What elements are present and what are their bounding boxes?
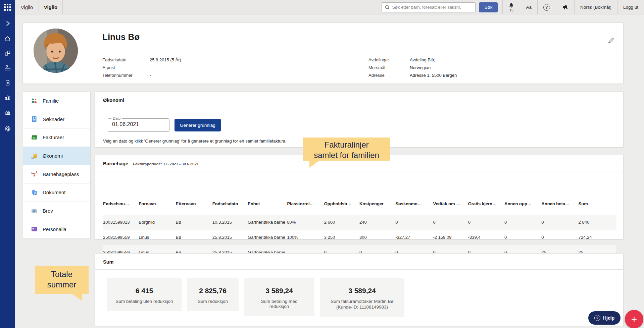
menu-item-label: Brev — [43, 208, 53, 214]
column-header[interactable]: Fødselsdato — [212, 193, 248, 215]
tab-label: Vigilo — [21, 4, 33, 10]
search-button[interactable]: Søk — [479, 2, 498, 12]
table-cell: Linus — [139, 230, 176, 245]
table-cell: 25081599559 — [103, 230, 139, 245]
field-value: Norwegian — [410, 64, 431, 71]
sidebar-item-blocks[interactable] — [0, 50, 15, 57]
topbar-right: Søk 15 Aa ? Norsk (Bokmål) Logg ut — [382, 0, 644, 14]
help-button[interactable]: ? — [537, 0, 556, 14]
column-header[interactable]: Fødselsnu… — [103, 193, 139, 215]
callout-tail — [71, 293, 82, 301]
table-row[interactable]: 10031599013BorghildBø10.3.2015Gartnerløk… — [103, 215, 616, 230]
column-header[interactable]: Plasstørrel… — [287, 193, 324, 215]
settings-icon — [4, 125, 11, 132]
table-cell: 0 — [468, 215, 504, 230]
menu-item-okonomi[interactable]: Økonomi — [23, 147, 90, 165]
add-fab-button[interactable]: + — [625, 310, 643, 328]
table-cell: 25.8.2015 — [212, 230, 248, 245]
sidebar-item-settings[interactable] — [0, 125, 15, 132]
sidebar-item-documents[interactable] — [0, 79, 15, 86]
search-input[interactable] — [392, 5, 473, 10]
notifications-button[interactable]: 15 — [502, 0, 520, 14]
sum-label: Sum reduksjon — [195, 299, 231, 304]
sum-card-reduction: 2 825,76 Sum reduksjon — [187, 278, 239, 311]
font-size-button[interactable]: Aa — [520, 0, 537, 14]
profile-menu: Familie Søknader Fakturaer Økonomi Barne… — [23, 92, 91, 239]
sidebar-item-reports[interactable] — [0, 94, 15, 101]
menu-item-dokument[interactable]: Dokument — [23, 183, 90, 202]
sum-panel: Sum 6 415 Sum betaling uten reduksjon 2 … — [95, 253, 624, 326]
sidebar-item-home[interactable] — [0, 35, 15, 42]
column-header[interactable]: Fornavn — [139, 193, 176, 215]
callout-tail — [309, 160, 320, 168]
field-label: Fødselsdato — [102, 56, 149, 64]
generate-basis-button[interactable]: Generer grunnlag — [175, 119, 221, 131]
table-cell: 2 600 — [324, 215, 359, 230]
sidebar-item-school[interactable] — [0, 109, 15, 116]
table-cell: -327,27 — [395, 230, 433, 245]
field-label: Adresse — [368, 72, 409, 79]
sum-value: 2 825,76 — [195, 287, 231, 295]
sum-label-secondary: (Kunde-ID: 11108149983) — [328, 305, 396, 310]
column-header[interactable]: Gratis kjern… — [468, 193, 504, 215]
profile-name: Linus Bø — [102, 32, 140, 42]
menu-item-label: Økonomi — [43, 153, 63, 159]
topbar: Vigilo Vigilo Søk 15 Aa ? Norsk (Bokmål) — [0, 0, 644, 14]
blocks-icon — [4, 50, 11, 57]
table-row[interactable]: 25081599559LinusBø25.8.2015Gartnerløkka … — [103, 230, 616, 245]
announcements-button[interactable] — [556, 0, 574, 14]
date-input[interactable] — [112, 121, 166, 127]
menu-item-personalia[interactable]: Personalia — [23, 220, 90, 238]
sum-value: 6 415 — [115, 287, 174, 295]
notification-count: 15 — [509, 8, 513, 12]
menu-item-brev[interactable]: Brev — [23, 202, 90, 220]
callout-invoice-lines: Fakturalinjer samlet for familien — [303, 138, 390, 161]
table-cell: 100% — [287, 230, 324, 245]
help-fab-button[interactable]: ? Hjelp — [588, 311, 621, 325]
menu-item-barnehageplass[interactable]: Barnehageplass — [23, 165, 90, 183]
column-header[interactable]: Etternavn — [176, 193, 212, 215]
field-label: Telefonnummer — [102, 72, 149, 79]
language-selector[interactable]: Norsk (Bokmål) — [574, 0, 617, 14]
table-cell: 0 — [504, 230, 541, 245]
help-icon: ? — [594, 315, 600, 321]
table-cell: 10.3.2015 — [212, 215, 248, 230]
logout-button[interactable]: Logg ut — [617, 0, 644, 14]
plus-icon: + — [631, 314, 637, 325]
column-header[interactable]: Oppholdsb… — [324, 193, 359, 215]
column-header[interactable]: Kostpenger — [359, 193, 395, 215]
id-card-icon — [31, 225, 39, 233]
table-cell: 10031599013 — [103, 215, 139, 230]
sum-label: Sum betaling med reduksjon — [252, 299, 306, 309]
column-header[interactable]: Annen beta… — [541, 193, 578, 215]
help-icon: ? — [543, 4, 550, 11]
column-header[interactable]: Søskenmo… — [395, 193, 433, 215]
column-header[interactable]: Annen opp… — [504, 193, 541, 215]
sidebar-item-reception[interactable] — [0, 64, 15, 71]
tab-vigilo-2[interactable]: Vigilo — [39, 0, 63, 14]
table-cell: 300 — [359, 230, 395, 245]
sum-cards: 6 415 Sum betaling uten reduksjon 2 825,… — [107, 278, 404, 317]
app-launcher-button[interactable] — [0, 0, 15, 14]
invoice-period: Fakturaperiode: 1.6.2021 - 30.6.2021 — [133, 162, 199, 166]
edit-profile-button[interactable] — [608, 37, 614, 45]
envelope-icon — [31, 207, 39, 214]
documents-icon — [31, 189, 39, 196]
expand-sidebar-button[interactable] — [0, 20, 15, 27]
sum-card-invoice-recipient: 3 589,24 Sum fakturamottaker Martin Bø (… — [320, 278, 404, 317]
table-cell: Gartnerløkka barne — [248, 215, 287, 230]
table-title: Barnehage — [103, 161, 128, 166]
table-cell: 240 — [359, 215, 395, 230]
table-cell: -2 159,09 — [433, 230, 468, 245]
column-header[interactable]: Vedtak om … — [433, 193, 468, 215]
column-header[interactable]: Sum — [579, 193, 616, 215]
tab-vigilo-1[interactable]: Vigilo — [15, 0, 39, 14]
banknote-icon — [31, 134, 39, 141]
language-label: Norsk (Bokmål) — [580, 5, 611, 10]
menu-item-familie[interactable]: Familie — [23, 92, 90, 110]
menu-item-fakturaer[interactable]: Fakturaer — [23, 128, 90, 147]
sidebar-rail — [0, 14, 15, 328]
field-value: - — [150, 72, 151, 79]
menu-item-soknader[interactable]: Søknader — [23, 110, 90, 129]
column-header[interactable]: Enhet — [248, 193, 287, 215]
